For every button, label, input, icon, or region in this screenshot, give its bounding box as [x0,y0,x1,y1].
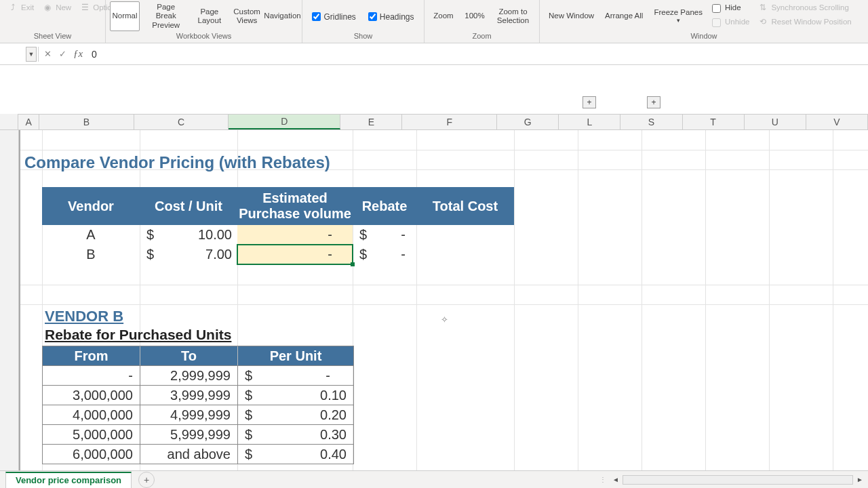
rb-from-3[interactable]: 5,000,000 [43,425,140,444]
exit-button[interactable]: ⤴Exit [4,1,37,15]
cell-total-B[interactable] [416,245,514,264]
gridlines-check-input[interactable] [312,12,321,21]
scroll-track[interactable] [623,475,853,485]
col-header-G[interactable]: G [497,114,559,129]
cell-rebate-B[interactable]: $- [353,245,416,264]
eye-icon: ◉ [42,3,53,14]
rebate-row: 5,000,000 5,999,999 $0.30 [43,424,353,444]
col-header-V[interactable]: V [806,114,868,129]
cursor-icon: ✧ [441,314,448,325]
scroll-right-button[interactable]: ► [854,474,865,485]
options-icon: ☰ [79,3,90,14]
page-break-button[interactable]: Page Break Preview [141,1,191,31]
freeze-panes-button[interactable]: Freeze Panes▾ [649,1,707,31]
ribbon: ⤴Exit ◉New ☰Options Sheet View Normal Pa… [0,0,868,43]
add-sheet-button[interactable]: + [138,472,155,488]
workbook-views-group-label: Workbook Views [110,32,298,41]
headings-checkbox[interactable]: Headings [368,10,414,24]
headings-check-input[interactable] [368,12,377,21]
rb-from-4[interactable]: 6,000,000 [43,445,140,464]
rb-pu-2[interactable]: $0.20 [238,405,353,424]
col-header-A[interactable]: A [18,114,39,129]
rb-to-4[interactable]: and above [140,445,238,464]
arrange-all-button[interactable]: Arrange All [600,1,648,31]
col-header-L[interactable]: L [559,114,620,129]
cell-volume-B-selected[interactable]: - [237,245,353,264]
select-all-cell[interactable] [0,114,18,129]
formula-input[interactable] [86,46,868,62]
col-header-U[interactable]: U [745,114,806,129]
table-row: A $10.00 - $- [42,225,514,245]
cell-volume-A[interactable]: - [237,225,353,245]
rb-to-0[interactable]: 2,999,999 [140,366,238,385]
rb-from-2[interactable]: 4,000,000 [43,405,140,424]
show-group-label: Show [307,32,420,41]
gridlines-checkbox[interactable]: Gridlines [312,10,355,24]
th-total: Total Cost [416,187,514,225]
insert-function-button[interactable]: ƒx [70,48,86,60]
name-box-dropdown[interactable]: ▼ [26,47,37,62]
rebate-row: - 2,999,999 $- [43,365,353,385]
row-headers[interactable] [0,130,19,470]
splitter-handle[interactable]: ⋮ [599,475,606,485]
sheet-view-group-label: Sheet View [4,32,101,41]
column-group-expand-2[interactable]: + [647,96,660,108]
scroll-left-button[interactable]: ◄ [610,474,621,485]
rb-pu-1[interactable]: $0.10 [238,386,353,405]
col-header-S[interactable]: S [620,114,682,129]
zoom-selection-button[interactable]: Zoom to Selection [491,1,535,31]
rb-to-1[interactable]: 3,999,999 [140,386,238,405]
rb-pu-0[interactable]: $- [238,366,353,385]
reset-window-button[interactable]: ⟲Reset Window Position [754,16,854,29]
new-view-button[interactable]: ◉New [39,1,75,15]
cell-vendor-A[interactable]: A [42,225,140,245]
formula-bar: ▼ ✕ ✓ ƒx [0,43,868,65]
new-view-label: New [56,3,71,12]
rb-pu-4[interactable]: $0.40 [238,445,353,464]
horizontal-scrollbar[interactable]: ⋮ ◄ ► [599,474,868,485]
navigation-button[interactable]: Navigation [267,1,298,31]
custom-views-button[interactable]: Custom Views [228,1,266,31]
sheet-area[interactable]: Compare Vendor Pricing (with Rebates) Ve… [19,130,868,470]
cell-rebate-A[interactable]: $- [353,225,416,245]
sync-scroll-button[interactable]: ⇅Synchronous Scrolling [754,1,854,15]
column-group-expand-1[interactable]: + [583,96,596,108]
col-header-B[interactable]: B [39,114,134,129]
name-box[interactable] [0,46,26,62]
cell-cost-B[interactable]: $7.00 [140,245,237,264]
normal-view-button[interactable]: Normal [110,1,140,31]
ribbon-group-zoom: Zoom 100% Zoom to Selection Zoom [425,0,540,43]
cell-vendor-B[interactable]: B [42,245,140,264]
unhide-button[interactable]: Unhide [709,16,753,29]
rb-to-2[interactable]: 4,999,999 [140,405,238,424]
rebate-row: 3,000,000 3,999,999 $0.10 [43,385,353,405]
col-header-E[interactable]: E [340,114,402,129]
col-header-D[interactable]: D [229,114,340,129]
page-layout-button[interactable]: Page Layout [192,1,226,31]
vendor-b-title: VENDOR B [45,308,123,325]
ribbon-group-sheet-view: ⤴Exit ◉New ☰Options Sheet View [0,0,106,43]
chevron-down-icon: ▼ [28,51,35,58]
rebate-row: 4,000,000 4,999,999 $0.20 [43,405,353,424]
new-window-button[interactable]: New Window [544,1,599,31]
zoom-button[interactable]: Zoom [429,1,458,31]
th-per-unit: Per Unit [238,346,353,365]
rb-from-1[interactable]: 3,000,000 [43,386,140,405]
table-header-row: Vendor Cost / Unit Estimated Purchase vo… [42,187,514,225]
hide-button[interactable]: Hide [709,1,753,15]
cell-total-A[interactable] [416,225,514,245]
enter-formula-button[interactable]: ✓ [55,47,70,62]
col-header-T[interactable]: T [683,114,745,129]
cancel-formula-button[interactable]: ✕ [40,47,55,62]
zoom-group-label: Zoom [429,32,535,41]
col-header-F[interactable]: F [402,114,497,129]
window-group-label: Window [544,32,864,41]
rb-from-0[interactable]: - [43,366,140,385]
zoom-100-button[interactable]: 100% [460,1,490,31]
rb-pu-3[interactable]: $0.30 [238,425,353,444]
rb-to-3[interactable]: 5,999,999 [140,425,238,444]
col-header-C[interactable]: C [134,114,229,129]
cell-cost-A[interactable]: $10.00 [140,225,237,245]
exit-label: Exit [21,3,34,12]
sheet-tab-active[interactable]: Vendor price comparison [5,472,132,488]
